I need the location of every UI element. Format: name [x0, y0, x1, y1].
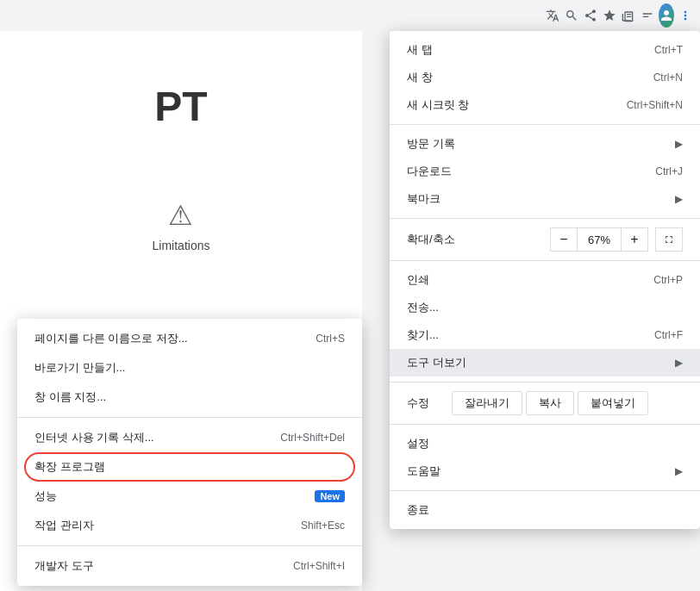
menu-item-help[interactable]: 도움말 ▶	[390, 457, 700, 485]
edit-row-label: 수정	[407, 395, 441, 411]
zoom-controls: − 67% +	[550, 227, 648, 252]
menu-item-cast-label: 전송...	[407, 300, 683, 315]
cut-button[interactable]: 잘라내기	[452, 391, 522, 415]
zoom-fullscreen-button[interactable]	[655, 227, 683, 252]
zoom-value: 67%	[578, 227, 621, 252]
menu-item-history[interactable]: 방문 기록 ▶	[390, 130, 700, 158]
menu-item-new-tab-label: 새 탭	[407, 42, 637, 58]
zoom-increase-button[interactable]: +	[621, 227, 648, 252]
submenu-item-performance[interactable]: 성능 New	[17, 482, 362, 511]
menu-item-exit[interactable]: 종료	[390, 496, 700, 524]
menu-item-downloads-label: 다운로드	[407, 164, 638, 179]
menu-item-more-tools-label: 도구 더보기	[407, 355, 666, 370]
zoom-decrease-button[interactable]: −	[550, 227, 578, 252]
menu-item-history-label: 방문 기록	[407, 136, 666, 152]
browser-toolbar	[545, 0, 700, 31]
divider-2	[390, 218, 700, 219]
menu-item-bookmarks-label: 북마크	[407, 191, 666, 207]
submenu-item-task-manager-shortcut: Shift+Esc	[301, 519, 345, 532]
menu-item-new-tab[interactable]: 새 탭 Ctrl+T	[390, 36, 700, 64]
menu-item-bookmarks[interactable]: 북마크 ▶	[390, 185, 700, 213]
more-tools-arrow-icon: ▶	[675, 357, 683, 369]
divider-3	[390, 260, 700, 261]
submenu-item-create-shortcut-label: 바로가기 만들기...	[34, 360, 125, 376]
submenu-item-dev-tools[interactable]: 개발자 도구 Ctrl+Shift+I	[17, 551, 362, 581]
menu-item-new-window-label: 새 창	[407, 70, 636, 85]
submenu-item-save-page-label: 페이지를 다른 이름으로 저장...	[34, 331, 188, 346]
divider-6	[390, 490, 700, 491]
submenu-item-task-manager[interactable]: 작업 관리자 Shift+Esc	[17, 511, 362, 540]
menu-item-new-tab-shortcut: Ctrl+T	[654, 44, 683, 56]
help-arrow-icon: ▶	[675, 465, 683, 477]
submenu-divider-2	[17, 545, 362, 546]
menu-item-find-label: 찾기...	[407, 327, 637, 343]
submenu-item-name-window[interactable]: 창 이름 지정...	[17, 383, 362, 412]
divider-1	[390, 124, 700, 125]
submenu-item-performance-label: 성능	[34, 488, 57, 504]
menu-item-cast[interactable]: 전송...	[390, 294, 700, 321]
new-badge: New	[315, 490, 345, 502]
menu-item-zoom: 확대/축소 − 67% +	[390, 224, 700, 255]
menu-item-help-label: 도움말	[407, 463, 666, 479]
zoom-label: 확대/축소	[407, 232, 550, 247]
divider-4	[390, 382, 700, 383]
menu-item-settings[interactable]: 설정	[390, 430, 700, 457]
main-dropdown-menu: 새 탭 Ctrl+T 새 창 Ctrl+N 새 시크릿 창 Ctrl+Shift…	[390, 31, 700, 529]
bookmarks-arrow-icon: ▶	[675, 193, 683, 205]
submenu-item-extensions[interactable]: 확장 프로그램	[17, 452, 362, 482]
warning-icon: ⚠	[168, 199, 193, 232]
history-arrow-icon: ▶	[675, 138, 683, 150]
menu-item-new-window[interactable]: 새 창 Ctrl+N	[390, 64, 700, 91]
search-icon[interactable]	[564, 3, 579, 28]
menu-item-find[interactable]: 찾기... Ctrl+F	[390, 321, 700, 349]
paste-button[interactable]: 붙여넣기	[578, 391, 648, 415]
copy-button[interactable]: 복사	[526, 391, 574, 415]
menu-item-edit-row: 수정 잘라내기 복사 붙여넣기	[390, 388, 700, 419]
submenu-item-clear-history-shortcut: Ctrl+Shift+Del	[280, 432, 345, 444]
menu-item-print-label: 인쇄	[407, 272, 636, 288]
menu-item-incognito[interactable]: 새 시크릿 창 Ctrl+Shift+N	[390, 91, 700, 119]
submenu-item-dev-tools-shortcut: Ctrl+Shift+I	[293, 560, 345, 572]
menu-item-incognito-label: 새 시크릿 창	[407, 97, 609, 113]
bookmark-icon[interactable]	[602, 3, 617, 28]
menu-item-downloads[interactable]: 다운로드 Ctrl+J	[390, 158, 700, 185]
page-title: PT	[154, 83, 207, 130]
submenu-divider-1	[17, 417, 362, 418]
reading-list-icon[interactable]	[621, 3, 636, 28]
submenu-item-clear-history-label: 인터넷 사용 기록 삭제...	[34, 430, 154, 445]
menu-item-print-shortcut: Ctrl+P	[653, 274, 683, 286]
submenu-item-extensions-label: 확장 프로그램	[34, 459, 105, 475]
divider-5	[390, 424, 700, 425]
menu-item-new-window-shortcut: Ctrl+N	[653, 72, 683, 84]
profile-avatar[interactable]	[659, 3, 674, 28]
submenu-item-save-page[interactable]: 페이지를 다른 이름으로 저장... Ctrl+S	[17, 324, 362, 353]
submenu-item-create-shortcut[interactable]: 바로가기 만들기...	[17, 353, 362, 383]
limitations-section: ⚠ Limitations	[153, 199, 210, 252]
share-icon[interactable]	[583, 3, 598, 28]
translate-icon[interactable]	[545, 3, 560, 28]
submenu-item-task-manager-label: 작업 관리자	[34, 518, 94, 533]
menu-item-print[interactable]: 인쇄 Ctrl+P	[390, 266, 700, 294]
tab-search-icon[interactable]	[640, 3, 655, 28]
submenu-item-clear-history[interactable]: 인터넷 사용 기록 삭제... Ctrl+Shift+Del	[17, 423, 362, 452]
menu-item-find-shortcut: Ctrl+F	[654, 329, 683, 341]
limitations-text: Limitations	[153, 239, 210, 252]
submenu-item-name-window-label: 창 이름 지정...	[34, 389, 106, 405]
chrome-menu-icon[interactable]	[678, 3, 693, 28]
menu-item-exit-label: 종료	[407, 502, 683, 518]
menu-item-downloads-shortcut: Ctrl+J	[655, 165, 683, 177]
submenu-item-save-page-shortcut: Ctrl+S	[316, 333, 345, 345]
menu-item-settings-label: 설정	[407, 436, 683, 451]
submenu-item-dev-tools-label: 개발자 도구	[34, 558, 94, 574]
menu-item-incognito-shortcut: Ctrl+Shift+N	[627, 99, 683, 111]
tools-submenu: 페이지를 다른 이름으로 저장... Ctrl+S 바로가기 만들기... 창 …	[17, 319, 362, 586]
menu-item-more-tools[interactable]: 도구 더보기 ▶	[390, 349, 700, 376]
